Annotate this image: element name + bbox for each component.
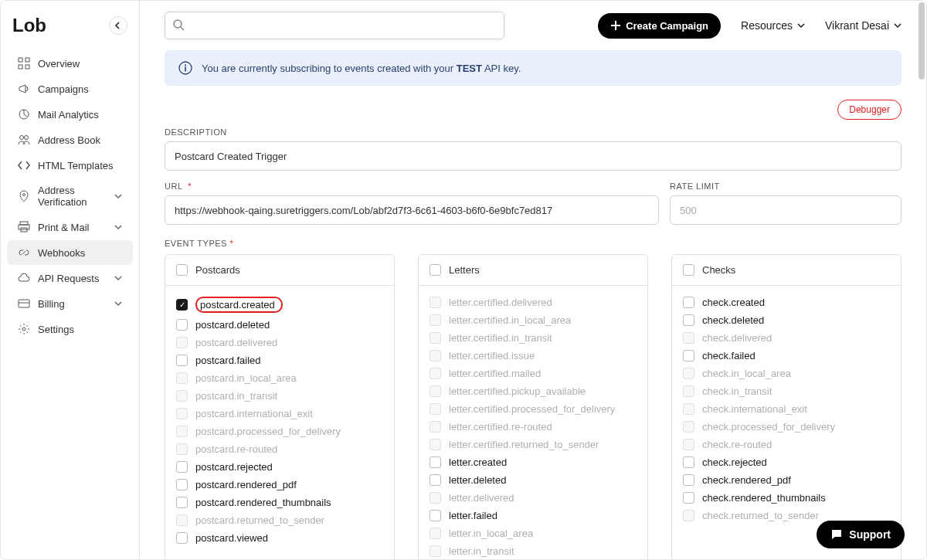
collapse-sidebar-button[interactable] bbox=[109, 16, 127, 35]
checkbox[interactable]: ✓ bbox=[176, 299, 188, 311]
svg-point-7 bbox=[23, 194, 25, 196]
sidebar-item-label: Mail Analytics bbox=[38, 109, 99, 120]
event-group-header[interactable]: Postcards bbox=[165, 255, 394, 286]
resources-menu[interactable]: Resources bbox=[741, 19, 805, 32]
event-item-label: letter.certified.pickup_available bbox=[449, 385, 586, 397]
banner-text: You are currently subscribing to events … bbox=[202, 63, 521, 74]
event-item[interactable]: letter.deleted bbox=[430, 471, 637, 489]
create-campaign-button[interactable]: Create Campaign bbox=[598, 13, 721, 39]
event-item-label: check.failed bbox=[702, 350, 756, 361]
sidebar-item-address-verification[interactable]: Address Verification bbox=[7, 178, 133, 214]
sidebar-item-campaigns[interactable]: Campaigns bbox=[7, 76, 133, 101]
search-wrap bbox=[165, 12, 504, 39]
sidebar-item-billing[interactable]: Billing bbox=[7, 291, 133, 316]
sidebar-item-mail-analytics[interactable]: Mail Analytics bbox=[7, 102, 133, 127]
event-item[interactable]: check.created bbox=[683, 294, 890, 311]
rate-limit-field: Rate Limit bbox=[670, 182, 902, 225]
checkbox[interactable] bbox=[430, 510, 441, 521]
event-item[interactable]: check.rejected bbox=[683, 453, 890, 471]
event-group-header[interactable]: Checks bbox=[672, 255, 901, 286]
event-item[interactable]: postcard.viewed bbox=[176, 529, 383, 547]
sidebar-item-label: Settings bbox=[38, 324, 74, 335]
checkbox[interactable] bbox=[683, 474, 694, 486]
link-icon bbox=[18, 246, 30, 259]
sidebar-item-print-mail[interactable]: Print & Mail bbox=[7, 215, 133, 239]
checkbox[interactable] bbox=[430, 456, 441, 468]
checkbox[interactable] bbox=[683, 314, 694, 326]
event-group-header[interactable]: Letters bbox=[419, 255, 647, 286]
event-item[interactable]: ✓postcard.created bbox=[176, 294, 383, 316]
sidebar-item-address-book[interactable]: Address Book bbox=[7, 127, 133, 152]
sidebar-item-label: Address Verification bbox=[38, 185, 107, 208]
description-input[interactable] bbox=[165, 141, 902, 171]
checkbox bbox=[430, 421, 441, 433]
event-item[interactable]: check.rendered_pdf bbox=[683, 471, 890, 489]
debugger-button[interactable]: Debugger bbox=[837, 100, 902, 120]
event-item: letter.certified.processed_for_delivery bbox=[430, 400, 637, 418]
user-menu[interactable]: Vikrant Desai bbox=[825, 19, 902, 32]
event-item[interactable]: postcard.failed bbox=[176, 351, 383, 369]
checkbox bbox=[430, 545, 441, 557]
event-item: letter.certified.mailed bbox=[430, 365, 637, 382]
event-item-label: letter.certified.in_transit bbox=[449, 332, 552, 344]
event-col-postcards: Postcards ✓postcard.createdpostcard.dele… bbox=[165, 254, 395, 559]
sidebar-item-webhooks[interactable]: Webhooks bbox=[7, 240, 133, 265]
event-item[interactable]: letter.failed bbox=[430, 507, 637, 524]
sidebar-item-label: Campaigns bbox=[38, 83, 89, 95]
svg-point-14 bbox=[174, 20, 182, 28]
checkbox[interactable] bbox=[683, 456, 694, 468]
checkbox[interactable] bbox=[176, 479, 188, 490]
event-types-section: EVENT TYPES * Postcards ✓postcard.create… bbox=[165, 239, 902, 559]
event-item: letter.delivered bbox=[430, 489, 637, 507]
checkbox[interactable] bbox=[176, 532, 188, 544]
chevron-down-icon bbox=[114, 274, 122, 282]
checkbox[interactable] bbox=[176, 355, 188, 366]
checkbox bbox=[430, 492, 441, 504]
checkbox bbox=[683, 403, 694, 415]
event-item[interactable]: check.failed bbox=[683, 347, 890, 365]
event-item-label: postcard.failed bbox=[195, 355, 261, 366]
event-item[interactable]: check.deleted bbox=[683, 311, 890, 329]
checkbox[interactable] bbox=[683, 297, 694, 308]
rate-limit-input[interactable] bbox=[670, 195, 902, 225]
checkbox[interactable] bbox=[430, 264, 441, 276]
scrollbar[interactable] bbox=[919, 2, 925, 80]
checkbox bbox=[683, 439, 694, 450]
event-item[interactable]: postcard.deleted bbox=[176, 316, 383, 334]
checkbox bbox=[430, 350, 441, 361]
svg-rect-11 bbox=[19, 300, 29, 307]
event-item[interactable]: postcard.rejected bbox=[176, 458, 383, 476]
sidebar-item-settings[interactable]: Settings bbox=[7, 317, 133, 341]
checkbox[interactable] bbox=[683, 264, 694, 276]
event-item[interactable]: check.rendered_thumbnails bbox=[683, 489, 890, 507]
cloud-icon bbox=[18, 272, 30, 284]
megaphone-icon bbox=[18, 83, 30, 95]
event-group-title: Checks bbox=[702, 264, 735, 276]
sidebar-item-api-requests[interactable]: API Requests bbox=[7, 266, 133, 290]
event-item[interactable]: letter.created bbox=[430, 453, 637, 471]
event-item-label: check.international_exit bbox=[702, 403, 807, 415]
event-item[interactable]: postcard.rendered_pdf bbox=[176, 476, 383, 494]
event-item-label: check.re-routed bbox=[702, 439, 772, 450]
search-input[interactable] bbox=[165, 12, 504, 39]
support-button[interactable]: Support bbox=[817, 521, 905, 548]
svg-line-15 bbox=[181, 27, 184, 30]
checkbox[interactable] bbox=[176, 461, 188, 473]
checkbox[interactable] bbox=[683, 350, 694, 361]
checkbox[interactable] bbox=[176, 497, 188, 508]
sidebar-item-overview[interactable]: Overview bbox=[7, 51, 133, 76]
sidebar-item-html-templates[interactable]: HTML Templates bbox=[7, 153, 133, 178]
checkbox[interactable] bbox=[683, 492, 694, 504]
checkbox[interactable] bbox=[430, 474, 441, 486]
event-item-label: check.rejected bbox=[702, 456, 767, 468]
event-group-title: Letters bbox=[449, 264, 480, 276]
event-item[interactable]: postcard.rendered_thumbnails bbox=[176, 494, 383, 511]
code-icon bbox=[18, 159, 30, 171]
highlighted-event: postcard.created bbox=[195, 297, 283, 313]
content: You are currently subscribing to events … bbox=[140, 50, 926, 559]
grid-icon bbox=[18, 57, 30, 70]
checkbox[interactable] bbox=[176, 319, 188, 331]
checkbox[interactable] bbox=[176, 264, 188, 276]
event-group-title: Postcards bbox=[195, 264, 240, 276]
url-input[interactable] bbox=[165, 195, 659, 225]
